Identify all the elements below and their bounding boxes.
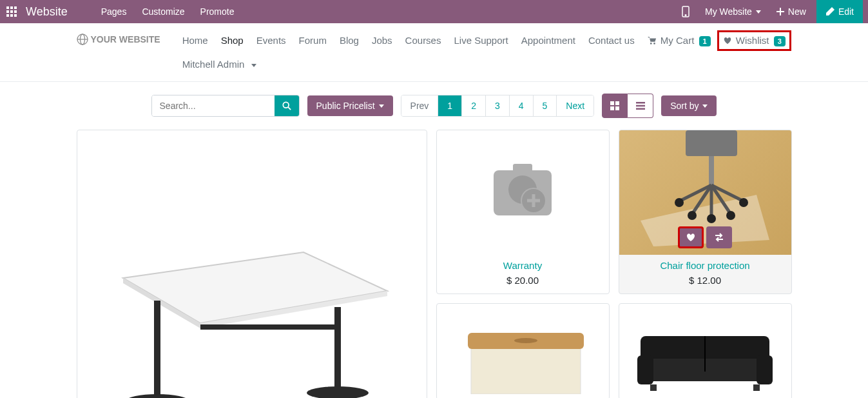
- svg-point-16: [650, 43, 652, 45]
- product-card-sofa[interactable]: [619, 303, 792, 398]
- new-button[interactable]: New: [769, 6, 814, 17]
- wishlist-badge: 3: [774, 36, 786, 46]
- product-card-warranty[interactable]: Warranty $ 20.00: [436, 130, 610, 294]
- pagination: Prev 1 2 3 4 5 Next: [401, 95, 595, 117]
- svg-rect-21: [615, 101, 619, 105]
- site-logo-text: YOUR WEBSITE: [91, 34, 160, 45]
- sort-label: Sort by: [670, 101, 699, 111]
- nav-forum[interactable]: Forum: [293, 28, 333, 52]
- nav-cart[interactable]: My Cart 1: [641, 28, 717, 52]
- topbar-pages[interactable]: Pages: [93, 6, 135, 17]
- cart-label: My Cart: [661, 35, 695, 46]
- my-website-dropdown[interactable]: My Website: [697, 6, 769, 17]
- svg-point-10: [685, 15, 686, 16]
- nav-home[interactable]: Home: [176, 28, 215, 52]
- svg-rect-55: [471, 346, 581, 394]
- nav-contact[interactable]: Contact us: [582, 28, 641, 52]
- page-prev[interactable]: Prev: [401, 95, 439, 116]
- svg-rect-34: [200, 324, 336, 330]
- sofa-image: [628, 310, 782, 394]
- svg-point-33: [307, 386, 369, 398]
- svg-marker-27: [123, 252, 387, 323]
- new-label: New: [788, 6, 806, 17]
- product-price: $ 12.00: [619, 275, 791, 286]
- svg-line-19: [288, 107, 291, 110]
- svg-rect-12: [776, 11, 784, 12]
- cart-icon: [648, 36, 657, 45]
- svg-point-57: [514, 338, 537, 343]
- product-title: Chair floor protection: [619, 260, 791, 271]
- heart-icon: [723, 36, 732, 45]
- compare-button[interactable]: [706, 226, 732, 248]
- svg-rect-26: [636, 108, 645, 110]
- svg-point-52: [688, 211, 697, 220]
- nav-user-dropdown[interactable]: Mitchell Admin: [176, 52, 792, 76]
- list-view-button[interactable]: [628, 94, 653, 118]
- svg-rect-60: [637, 355, 653, 384]
- svg-rect-8: [14, 14, 17, 17]
- nav-jobs[interactable]: Jobs: [365, 28, 399, 52]
- svg-rect-43: [686, 130, 737, 156]
- nav-wishlist[interactable]: Wishlist 3: [720, 31, 788, 50]
- nav-shop[interactable]: Shop: [215, 28, 250, 52]
- my-website-label: My Website: [705, 6, 752, 17]
- page-2[interactable]: 2: [462, 95, 486, 116]
- svg-rect-22: [610, 106, 614, 110]
- nav-blog[interactable]: Blog: [333, 28, 365, 52]
- compare-icon: [714, 232, 724, 243]
- edit-button[interactable]: Edit: [816, 0, 863, 23]
- edit-label: Edit: [838, 6, 854, 17]
- nav-courses[interactable]: Courses: [399, 28, 448, 52]
- sort-dropdown[interactable]: Sort by: [661, 95, 717, 116]
- svg-rect-32: [334, 307, 341, 391]
- svg-rect-61: [757, 355, 773, 384]
- svg-rect-24: [636, 102, 645, 104]
- svg-rect-3: [6, 10, 9, 13]
- svg-rect-63: [650, 384, 657, 391]
- nav-events[interactable]: Events: [250, 28, 293, 52]
- grid-view-button[interactable]: [602, 94, 628, 118]
- product-card-desk[interactable]: [77, 130, 427, 398]
- svg-rect-1: [10, 6, 13, 9]
- page-next[interactable]: Next: [557, 95, 593, 116]
- svg-point-17: [653, 43, 655, 45]
- svg-point-54: [707, 214, 716, 223]
- svg-point-18: [283, 102, 289, 108]
- topbar-promote[interactable]: Promote: [193, 6, 242, 17]
- apps-icon[interactable]: [5, 5, 18, 18]
- product-title: Warranty: [437, 260, 609, 271]
- add-wishlist-button[interactable]: [678, 226, 704, 248]
- user-name: Mitchell Admin: [182, 59, 245, 70]
- search-button[interactable]: [275, 95, 299, 116]
- product-card-chair-protection[interactable]: Chair floor protection $ 12.00: [619, 130, 792, 294]
- page-5[interactable]: 5: [534, 95, 557, 116]
- search-group: [151, 95, 300, 117]
- mobile-preview-icon[interactable]: [674, 6, 697, 17]
- product-card-box[interactable]: [436, 303, 610, 398]
- svg-rect-4: [10, 10, 13, 13]
- svg-rect-0: [6, 6, 9, 9]
- search-input[interactable]: [152, 95, 275, 116]
- site-logo[interactable]: YOUR WEBSITE: [77, 34, 160, 45]
- heart-icon: [686, 232, 696, 243]
- page-1[interactable]: 1: [438, 95, 462, 116]
- svg-point-53: [726, 211, 735, 220]
- desk-image: [104, 201, 400, 398]
- page-4[interactable]: 4: [510, 95, 534, 116]
- list-icon: [636, 101, 645, 110]
- wishlist-label: Wishlist: [736, 35, 769, 46]
- placeholder-image-icon: [474, 154, 571, 232]
- cart-badge: 1: [699, 36, 711, 46]
- svg-rect-7: [10, 14, 13, 17]
- product-price: $ 20.00: [437, 275, 609, 286]
- app-title: Website: [26, 5, 68, 19]
- svg-rect-30: [154, 301, 160, 397]
- pricelist-label: Public Pricelist: [316, 101, 375, 111]
- svg-rect-2: [14, 6, 17, 9]
- svg-rect-25: [636, 105, 645, 107]
- topbar-customize[interactable]: Customize: [134, 6, 192, 17]
- pricelist-dropdown[interactable]: Public Pricelist: [307, 95, 393, 116]
- nav-live-support[interactable]: Live Support: [447, 28, 514, 52]
- page-3[interactable]: 3: [486, 95, 510, 116]
- nav-appointment[interactable]: Appointment: [515, 28, 582, 52]
